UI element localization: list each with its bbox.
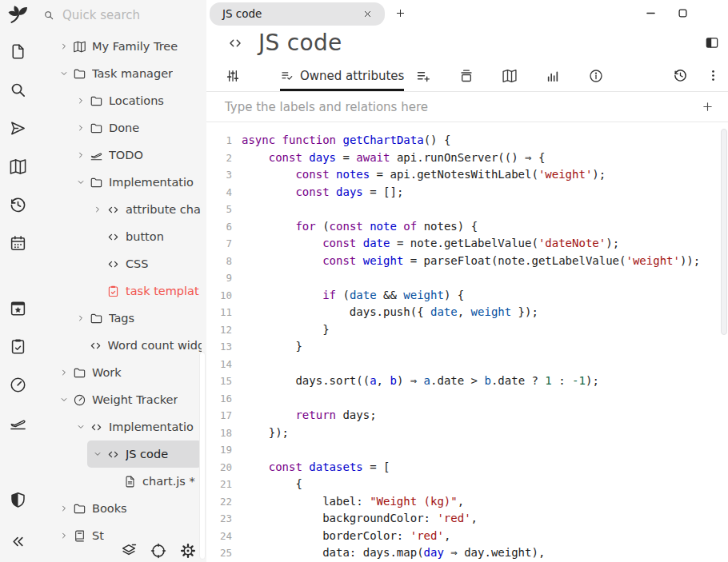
rail-new-note-button[interactable] — [0, 32, 36, 70]
clock-history-button[interactable] — [673, 68, 688, 83]
expander-chevron-down-icon[interactable] — [58, 69, 70, 78]
tree-item-task-templat[interactable]: task templat — [87, 277, 202, 305]
code-line: 24 borderColor: 'red', — [206, 528, 728, 545]
expander-chevron-right-icon[interactable] — [75, 313, 86, 323]
rail-shield-button[interactable] — [0, 480, 36, 519]
tree-item-done[interactable]: Done — [70, 114, 202, 141]
tree-item-work[interactable]: Work — [54, 359, 202, 386]
rail-clipboard-check-button[interactable] — [0, 327, 36, 365]
rail-calendar-star-button[interactable] — [0, 289, 36, 327]
rail-chevrons-left-button[interactable] — [0, 522, 36, 560]
tree-item-tags[interactable]: Tags — [70, 305, 202, 332]
code-icon — [106, 230, 120, 244]
gear-button[interactable] — [179, 542, 197, 560]
close-button[interactable] — [707, 6, 722, 20]
code-line-text: const datasets = [ — [242, 459, 390, 476]
layers-minus-button[interactable] — [120, 542, 138, 560]
tree-item-chart-js[interactable]: chart.js * — [104, 468, 202, 495]
line-number: 3 — [206, 166, 242, 184]
ribbon-info-circle-tab[interactable] — [588, 68, 604, 84]
rail-history-button[interactable] — [0, 185, 36, 224]
expander-chevron-right-icon[interactable] — [92, 205, 103, 214]
add-attribute-button[interactable] — [701, 100, 714, 114]
rail-calendar-button[interactable] — [0, 224, 36, 262]
rail-trilium-logo-button[interactable] — [0, 0, 36, 32]
expander-chevron-down-icon[interactable] — [75, 422, 86, 432]
rail-book-map-button[interactable] — [0, 147, 36, 185]
code-line-text: const date = note.getLabelValue('dateNot… — [242, 235, 619, 253]
ribbon-book-map-tab[interactable] — [502, 68, 518, 84]
tree-item-attribute-cha[interactable]: attribute cha — [87, 196, 202, 223]
expander-chevron-down-icon[interactable] — [92, 449, 103, 459]
expander-chevron-right-icon[interactable] — [58, 504, 70, 513]
ribbon-archive-tab[interactable] — [458, 68, 474, 84]
target-button[interactable] — [150, 542, 167, 560]
ribbon-tab-owned-attributes[interactable]: Owned attributes — [280, 60, 404, 91]
tree-bottom-toolbar — [120, 542, 197, 560]
code-line: 4 const days = []; — [206, 184, 728, 201]
expander-chevron-right-icon[interactable] — [58, 42, 70, 51]
quick-search[interactable]: Quick search — [36, 0, 206, 30]
code-icon — [90, 421, 103, 434]
rail-plane-button[interactable] — [0, 404, 36, 442]
line-number: 8 — [206, 253, 242, 270]
maximize-button[interactable] — [675, 6, 690, 20]
code-line: 25 data: days.map(day ⇒ day.weight), — [206, 544, 728, 562]
tree-item-word-count-widge[interactable]: Word count widge — [70, 332, 202, 359]
tree-item-my-family-tree[interactable]: My Family Tree — [54, 33, 202, 60]
minimize-button[interactable] — [643, 6, 658, 20]
new-tab-button[interactable] — [394, 7, 406, 19]
code-line: 13 } — [206, 338, 728, 356]
code-line: 19 — [206, 441, 728, 459]
tree-item-css[interactable]: CSS — [87, 250, 202, 277]
line-number: 20 — [206, 459, 242, 476]
tree-item-todo[interactable]: TODO — [70, 141, 202, 169]
tree-item-implementatio[interactable]: Implementatio — [70, 169, 202, 196]
expander-chevron-right-icon[interactable] — [58, 368, 70, 377]
ribbon-bar-chart-tab[interactable] — [545, 68, 561, 84]
tree-item-js-code[interactable]: JS code — [87, 440, 202, 468]
code-line: 2 const days = await api.runOnServer(() … — [206, 149, 728, 167]
code-line-text: const weight = parseFloat(note.getLabelV… — [242, 253, 700, 270]
expander-chevron-right-icon[interactable] — [75, 96, 86, 106]
rail-send-button[interactable] — [0, 109, 36, 147]
tree-item-books[interactable]: Books — [54, 495, 202, 522]
folder-icon — [90, 94, 103, 108]
ribbon-sliders-tab[interactable] — [225, 68, 241, 84]
editor-scrollbar-thumb[interactable] — [721, 129, 727, 335]
tree-item-button[interactable]: button — [87, 223, 202, 250]
code-line: 16 — [206, 390, 728, 408]
tree-item-implementatio[interactable]: Implementatio — [70, 413, 202, 440]
code-line: 7 const date = note.getLabelValue('dateN… — [206, 235, 728, 253]
rail-gauge-button[interactable] — [0, 365, 36, 404]
line-number: 6 — [206, 218, 242, 236]
split-view-button[interactable] — [704, 35, 720, 50]
close-tab-icon[interactable] — [362, 9, 373, 19]
tree-item-locations[interactable]: Locations — [70, 87, 202, 114]
expander-chevron-down-icon[interactable] — [58, 395, 70, 405]
note-title[interactable]: JS code — [258, 30, 342, 56]
tree-item-label: CSS — [126, 257, 149, 270]
tree-scrollbar-thumb[interactable] — [199, 352, 206, 560]
code-editor[interactable]: 1async function getChartData() {2 const … — [206, 122, 728, 562]
ribbon-list-plus-tab[interactable] — [415, 68, 431, 84]
tab-js-code[interactable]: JS code — [210, 2, 385, 26]
expander-chevron-right-icon[interactable] — [75, 123, 86, 133]
attribute-editor[interactable]: Type the labels and relations here — [206, 92, 728, 122]
rail-search-button[interactable] — [0, 70, 36, 109]
code-note-icon[interactable] — [227, 35, 243, 51]
calendar-star-icon — [9, 299, 27, 317]
code-line-text: } — [242, 338, 302, 356]
kebab-button[interactable] — [706, 68, 721, 83]
launcher-rail — [0, 0, 36, 562]
tree-item-weight-tracker[interactable]: Weight Tracker — [54, 386, 202, 413]
expander-chevron-down-icon[interactable] — [75, 177, 86, 187]
expander-chevron-right-icon[interactable] — [58, 531, 70, 540]
code-line: 1async function getChartData() { — [206, 132, 728, 149]
book-icon — [73, 529, 86, 543]
line-number: 2 — [206, 149, 242, 167]
folder-icon — [73, 502, 86, 516]
expander-chevron-right-icon[interactable] — [75, 150, 86, 160]
tree-item-task-manager[interactable]: Task manager — [54, 60, 202, 87]
code-line-text: borderColor: 'red', — [242, 528, 450, 545]
